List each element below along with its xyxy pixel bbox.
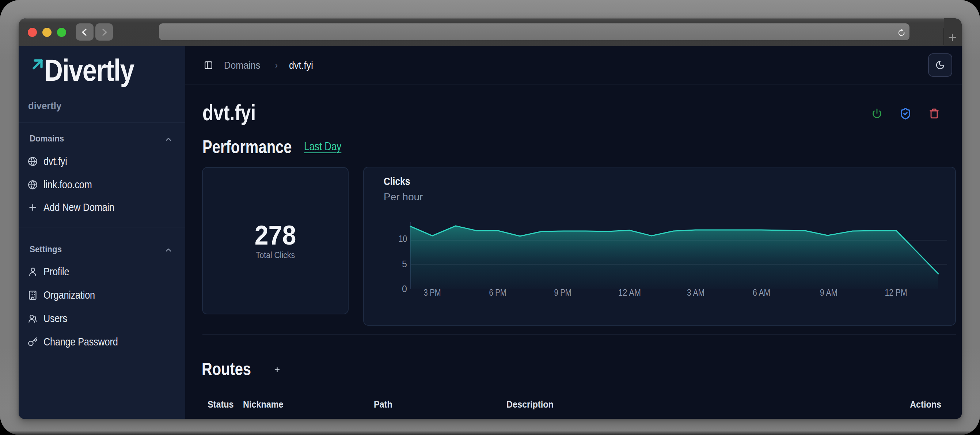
svg-text:6 PM: 6 PM (489, 287, 506, 298)
svg-text:12 AM: 12 AM (618, 287, 641, 298)
svg-text:3 PM: 3 PM (424, 287, 441, 298)
svg-text:6 AM: 6 AM (753, 287, 770, 298)
svg-text:3 AM: 3 AM (687, 287, 705, 298)
svg-text:5: 5 (402, 259, 407, 269)
svg-text:9 PM: 9 PM (554, 287, 571, 298)
svg-text:9 AM: 9 AM (820, 287, 837, 298)
svg-text:10: 10 (399, 234, 407, 244)
svg-text:12 PM: 12 PM (885, 287, 907, 298)
svg-text:0: 0 (402, 284, 407, 294)
